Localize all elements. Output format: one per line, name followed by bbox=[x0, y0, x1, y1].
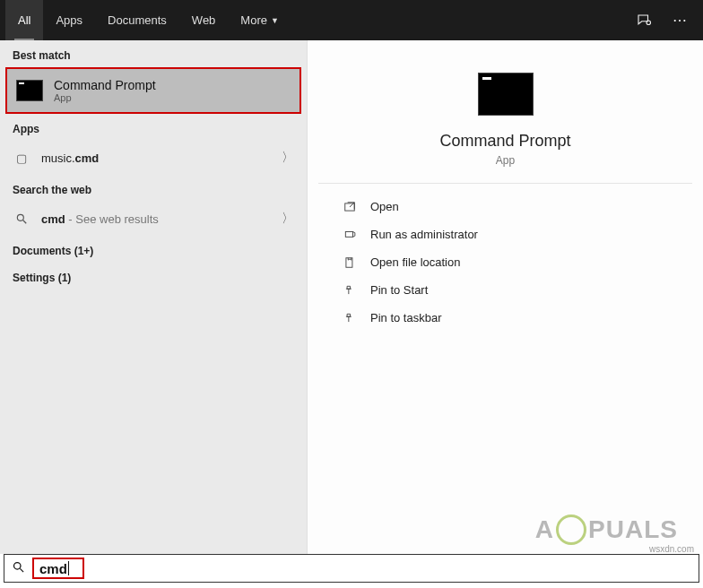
shield-icon bbox=[342, 229, 358, 241]
svg-line-7 bbox=[20, 568, 23, 572]
action-pin-start-label: Pin to Start bbox=[370, 283, 428, 297]
action-open-location[interactable]: Open file location bbox=[318, 248, 692, 276]
tab-all[interactable]: All bbox=[5, 0, 43, 40]
apps-result-item[interactable]: ▢ music.cmd 〉 bbox=[0, 141, 307, 175]
search-filter-tabs: All Apps Documents Web More ▼ ⋯ bbox=[0, 0, 703, 40]
apps-heading: Apps bbox=[0, 114, 307, 141]
tab-web[interactable]: Web bbox=[179, 0, 229, 40]
svg-point-6 bbox=[14, 563, 22, 570]
tab-more-label: More bbox=[240, 13, 267, 27]
action-open-label: Open bbox=[370, 200, 399, 213]
tab-more[interactable]: More ▼ bbox=[228, 0, 291, 40]
action-pin-taskbar[interactable]: Pin to taskbar bbox=[318, 304, 692, 332]
watermark-logo: AA PUALSPUALS bbox=[535, 514, 678, 545]
open-icon bbox=[342, 201, 358, 213]
settings-heading[interactable]: Settings (1) bbox=[0, 263, 307, 290]
results-list: Best match Command Prompt App Apps ▢ mus… bbox=[0, 40, 308, 554]
search-query-highlight: cmd bbox=[32, 558, 84, 579]
svg-rect-4 bbox=[345, 231, 352, 237]
documents-heading[interactable]: Documents (1+) bbox=[0, 236, 307, 263]
tab-documents[interactable]: Documents bbox=[95, 0, 179, 40]
folder-icon bbox=[342, 256, 358, 269]
search-icon bbox=[13, 212, 30, 226]
feedback-icon[interactable] bbox=[626, 13, 662, 29]
chevron-right-icon: 〉 bbox=[282, 150, 294, 166]
action-run-admin[interactable]: Run as administrator bbox=[318, 220, 692, 248]
action-run-admin-label: Run as administrator bbox=[370, 228, 478, 241]
preview-title: Command Prompt bbox=[439, 132, 570, 151]
action-open-location-label: Open file location bbox=[370, 255, 460, 269]
tab-apps[interactable]: Apps bbox=[43, 0, 95, 40]
preview-actions: Open Run as administrator Open file loca… bbox=[318, 183, 692, 332]
credit-text: wsxdn.com bbox=[649, 544, 694, 554]
web-result-item[interactable]: cmd - See web results 〉 bbox=[0, 202, 307, 236]
chevron-down-icon: ▼ bbox=[271, 16, 279, 25]
text-caret bbox=[68, 561, 69, 575]
best-match-title: Command Prompt bbox=[54, 78, 156, 92]
more-options-icon[interactable]: ⋯ bbox=[662, 12, 698, 29]
action-pin-start[interactable]: Pin to Start bbox=[318, 276, 692, 304]
search-results-pane: Best match Command Prompt App Apps ▢ mus… bbox=[0, 40, 703, 554]
svg-point-0 bbox=[647, 21, 651, 25]
search-icon bbox=[12, 560, 25, 576]
search-input[interactable]: cmd bbox=[4, 554, 699, 583]
pin-icon bbox=[342, 312, 358, 324]
web-result-label: cmd - See web results bbox=[41, 212, 159, 226]
command-prompt-icon bbox=[478, 73, 534, 116]
svg-point-1 bbox=[17, 214, 23, 220]
action-open[interactable]: Open bbox=[318, 193, 692, 220]
preview-pane: Command Prompt App Open Run as administr… bbox=[308, 40, 703, 554]
best-match-item[interactable]: Command Prompt App bbox=[5, 67, 301, 114]
best-match-heading: Best match bbox=[0, 40, 307, 67]
action-pin-taskbar-label: Pin to taskbar bbox=[370, 311, 442, 324]
command-prompt-icon bbox=[16, 80, 43, 101]
chevron-right-icon: 〉 bbox=[282, 211, 294, 227]
search-web-heading: Search the web bbox=[0, 175, 307, 202]
apps-result-label: music.cmd bbox=[41, 151, 99, 165]
search-query-text: cmd bbox=[39, 561, 67, 576]
preview-subtitle: App bbox=[496, 154, 515, 167]
pin-icon bbox=[342, 284, 358, 297]
best-match-subtitle: App bbox=[54, 92, 156, 103]
file-icon: ▢ bbox=[13, 151, 30, 165]
svg-line-2 bbox=[23, 220, 27, 224]
